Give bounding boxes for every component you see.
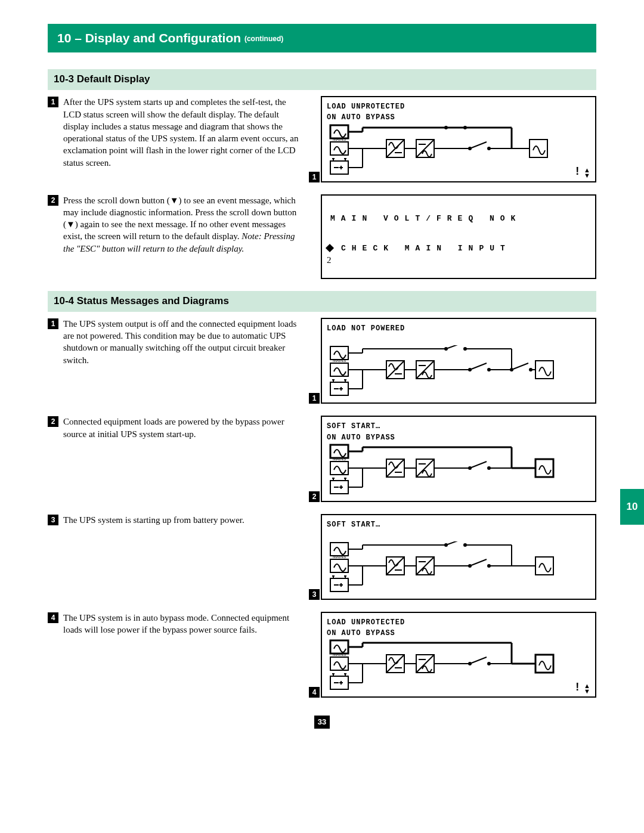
panel-line1: SOFT START… xyxy=(327,520,590,529)
diamond-icon xyxy=(326,244,334,252)
lcd-panel: LOAD UNPROTECTED ON AUTO BYPASS BYPA. MA… xyxy=(321,96,596,182)
svg-point-32 xyxy=(445,126,447,129)
panel-line2: ON AUTO BYPASS xyxy=(327,113,590,122)
msg-line2-wrap: CHECK MAIN INPUT xyxy=(327,241,590,254)
svg-text:BYPA.: BYPA. xyxy=(333,639,345,640)
chapter-continued: (continued) xyxy=(244,35,283,43)
svg-text:MAINS: MAINS xyxy=(333,555,346,559)
item-number-badge: 4 xyxy=(48,612,58,623)
panel-line2 xyxy=(327,335,590,344)
item-row: 1 After the UPS system starts up and com… xyxy=(48,96,596,182)
svg-line-137 xyxy=(470,559,487,566)
panel-line1: LOAD UNPROTECTED xyxy=(327,618,590,627)
panel-line2 xyxy=(327,531,590,540)
item-right: MAIN VOLT/FREQ NOK CHECK MAIN INPUT 2 xyxy=(316,194,596,279)
item-left: 2 Connected equipment loads are powered … xyxy=(48,416,304,440)
ups-diagram-2: BYPA. MAINS xyxy=(327,345,559,399)
item-number-badge: 1 xyxy=(48,97,58,107)
item-left: 2 Press the scroll down button (▼) to se… xyxy=(48,194,304,255)
item-left: 1 The UPS system output is off and the c… xyxy=(48,318,304,366)
item-right: LOAD NOT POWERED BYPA. MAINS xyxy=(316,318,596,404)
ups-diagram-3: BYPA. MAINS xyxy=(327,444,559,497)
item-right: SOFT START… ON AUTO BYPASS BYPA. MAINS xyxy=(316,416,596,501)
lcd-panel: SOFT START… ON AUTO BYPASS BYPA. MAINS xyxy=(321,416,596,501)
ups-diagram-5: BYPA. MAINS xyxy=(327,639,559,693)
panel-tag: 3 xyxy=(309,589,320,600)
item-row: 3 The UPS system is starting up from bat… xyxy=(48,514,596,600)
lcd-panel: LOAD UNPROTECTED ON AUTO BYPASS BYPA. MA… xyxy=(321,612,596,698)
panel-alarm: ! ▲▼ xyxy=(575,164,590,178)
panel-alarm: ! ▲▼ xyxy=(575,680,590,694)
svg-line-101 xyxy=(470,462,487,468)
down-triangle-icon: ▼ xyxy=(170,196,179,205)
lcd-panel: SOFT START… BYPA. MAINS xyxy=(321,514,596,600)
item-left: 1 After the UPS system starts up and com… xyxy=(48,96,304,169)
item-right: SOFT START… BYPA. MAINS xyxy=(316,514,596,600)
text-part: Press the scroll down button ( xyxy=(63,196,170,205)
item-row: 1 The UPS system output is off and the c… xyxy=(48,318,596,404)
lcd-message-panel: MAIN VOLT/FREQ NOK CHECK MAIN INPUT 2 xyxy=(321,194,596,279)
item-text: The UPS system is starting up from batte… xyxy=(63,514,304,526)
item-left: 4 The UPS system is in auto bypass mode.… xyxy=(48,612,304,636)
scroll-arrows-icon: ▲▼ xyxy=(584,168,590,178)
panel-line1: SOFT START… xyxy=(327,422,590,431)
item-number-badge: 2 xyxy=(48,416,58,427)
svg-line-68 xyxy=(512,363,528,370)
item-right: LOAD UNPROTECTED ON AUTO BYPASS BYPA. MA… xyxy=(316,612,596,698)
lcd-panel: LOAD NOT POWERED BYPA. MAINS xyxy=(321,318,596,404)
svg-text:MAINS: MAINS xyxy=(333,358,346,363)
item-number-badge: 2 xyxy=(48,195,58,206)
svg-line-64 xyxy=(470,363,487,370)
ups-diagram-1: BYPA. MAINS xyxy=(327,124,559,178)
svg-point-33 xyxy=(464,126,466,129)
svg-line-170 xyxy=(470,657,487,664)
panel-line2: ON AUTO BYPASS xyxy=(327,628,590,638)
item-number-badge: 3 xyxy=(48,515,58,525)
ups-diagram-4: BYPA. MAINS xyxy=(327,541,559,595)
panel-line1: LOAD NOT POWERED xyxy=(327,324,590,333)
item-right: LOAD UNPROTECTED ON AUTO BYPASS BYPA. MA… xyxy=(316,96,596,182)
svg-line-50 xyxy=(446,345,463,349)
svg-text:MAINS: MAINS xyxy=(333,137,346,141)
item-text: Connected equipment loads are powered by… xyxy=(63,416,304,440)
panel-line2: ON AUTO BYPASS xyxy=(327,433,590,442)
panel-line1: LOAD UNPROTECTED xyxy=(327,102,590,112)
panel-tag: 2 xyxy=(327,255,332,265)
panel-tag: 2 xyxy=(309,491,320,502)
page-number: 33 xyxy=(314,716,330,729)
item-text: Press the scroll down button (▼) to see … xyxy=(63,194,304,255)
section-heading-10-3: 10-3 Default Display xyxy=(48,69,596,90)
chapter-title: 10 – Display and Configuration xyxy=(57,31,241,45)
msg-line2: CHECK MAIN INPUT xyxy=(341,244,511,253)
svg-text:MAINS: MAINS xyxy=(333,652,346,657)
scroll-arrows-icon: ▲▼ xyxy=(584,683,590,694)
item-left: 3 The UPS system is starting up from bat… xyxy=(48,514,304,526)
page: 10 – Display and Configuration (continue… xyxy=(0,0,644,758)
item-text: The UPS system is in auto bypass mode. C… xyxy=(63,612,304,636)
svg-text:MAINS: MAINS xyxy=(333,457,346,461)
exclamation-icon: ! xyxy=(575,165,579,177)
side-tab: 10 xyxy=(620,489,644,525)
exclamation-icon: ! xyxy=(575,681,579,693)
item-row: 4 The UPS system is in auto bypass mode.… xyxy=(48,612,596,698)
item-text: After the UPS system starts up and compl… xyxy=(63,96,304,169)
svg-line-123 xyxy=(446,541,463,545)
svg-text:BYPA.: BYPA. xyxy=(333,345,345,346)
svg-text:BYPA.: BYPA. xyxy=(333,541,345,542)
chapter-heading: 10 – Display and Configuration (continue… xyxy=(48,24,596,52)
item-number-badge: 1 xyxy=(48,318,58,329)
section-heading-10-4: 10-4 Status Messages and Diagrams xyxy=(48,291,596,312)
panel-tag: 1 xyxy=(309,393,320,404)
item-text: The UPS system output is off and the con… xyxy=(63,318,304,366)
item-row: 2 Connected equipment loads are powered … xyxy=(48,416,596,501)
svg-text:BYPA.: BYPA. xyxy=(333,124,345,125)
panel-tag: 4 xyxy=(309,687,320,698)
msg-line1: MAIN VOLT/FREQ NOK xyxy=(330,213,590,224)
panel-tag: 1 xyxy=(309,172,320,182)
item-row: 2 Press the scroll down button (▼) to se… xyxy=(48,194,596,279)
svg-line-26 xyxy=(470,142,487,148)
svg-text:BYPA.: BYPA. xyxy=(333,444,345,444)
down-triangle-icon: ▼ xyxy=(66,219,75,229)
